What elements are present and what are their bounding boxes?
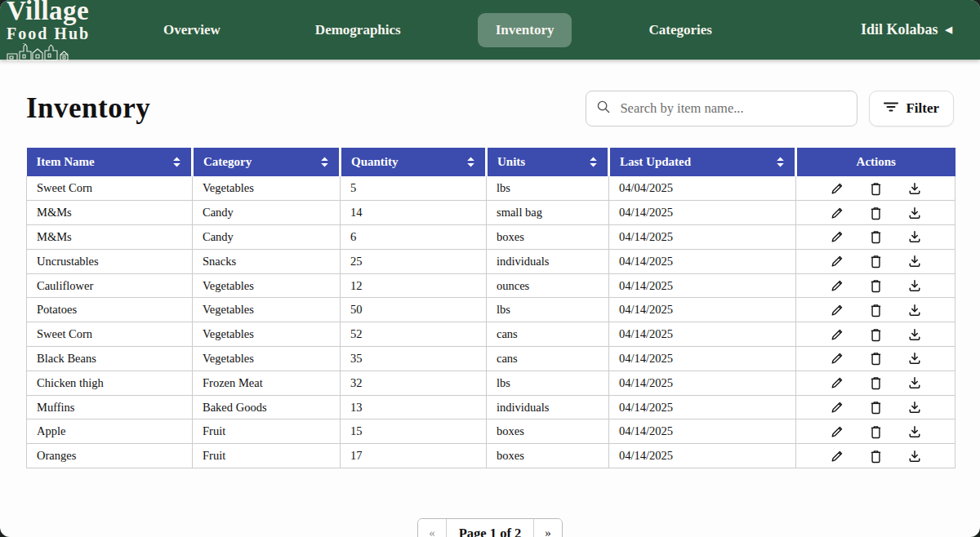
cell-category: Vegetables [193,347,341,371]
edit-button[interactable] [828,326,846,344]
download-button[interactable] [906,277,924,295]
table-row: M&MsCandy6boxes04/14/2025 [27,225,956,250]
inventory-table: Item NameCategoryQuantityUnitsLast Updat… [26,148,956,468]
cell-actions [796,249,956,273]
download-button[interactable] [906,398,924,416]
page-indicator: Page 1 of 2 [447,519,535,537]
pencil-icon [830,229,844,244]
delete-button[interactable] [867,374,884,392]
edit-button[interactable] [828,423,846,441]
table-row: M&MsCandy14small bag04/14/2025 [27,201,956,225]
search-box [586,91,858,126]
delete-button[interactable] [867,252,884,270]
cell-units: small bag [487,201,609,225]
cell-category: Fruit [193,444,341,468]
delete-button[interactable] [867,326,884,344]
edit-button[interactable] [828,349,846,367]
cell-quantity: 32 [341,371,487,395]
delete-button[interactable] [867,398,884,416]
nav-item-inventory[interactable]: Inventory [478,13,572,47]
pencil-icon [830,254,844,268]
cell-units: lbs [487,298,609,322]
column-header-units[interactable]: Units [487,148,609,176]
download-button[interactable] [906,228,924,246]
delete-button[interactable] [867,204,884,222]
prev-page-button[interactable]: « [418,519,447,537]
cell-category: Snacks [193,249,341,273]
download-button[interactable] [906,301,924,319]
cell-item: Apple [27,419,193,444]
edit-button[interactable] [828,204,846,222]
nav-item-categories[interactable]: Categories [630,13,729,47]
filter-icon [884,100,898,118]
cell-quantity: 12 [341,273,487,298]
column-header-item-name[interactable]: Item Name [27,148,193,176]
delete-button[interactable] [867,228,884,246]
column-label: Actions [857,155,896,169]
delete-button[interactable] [867,423,884,441]
filter-button[interactable]: Filter [869,91,954,126]
cell-updated: 04/14/2025 [609,201,796,225]
cell-updated: 04/14/2025 [609,249,796,273]
cell-updated: 04/14/2025 [609,322,796,347]
sort-arrows-icon [466,157,475,167]
download-button[interactable] [906,180,924,197]
sort-arrows-icon [589,157,598,167]
edit-button[interactable] [828,374,846,392]
download-button[interactable] [906,423,924,441]
download-button[interactable] [906,349,924,367]
edit-button[interactable] [828,228,846,246]
inventory-table-wrap: Item NameCategoryQuantityUnitsLast Updat… [26,148,954,468]
cell-category: Fruit [193,419,341,444]
pencil-icon [830,206,844,220]
download-button[interactable] [906,204,924,222]
column-label: Units [497,155,525,169]
nav-item-overview[interactable]: Overview [145,13,238,47]
pencil-icon [830,449,844,464]
pencil-icon [830,327,844,342]
trash-icon [869,449,883,464]
edit-button[interactable] [828,277,846,295]
delete-button[interactable] [867,180,884,197]
download-tray-icon [907,254,922,268]
delete-button[interactable] [867,447,884,465]
cell-updated: 04/14/2025 [609,298,796,322]
next-page-button[interactable]: » [534,519,562,537]
pencil-icon [830,303,844,317]
edit-button[interactable] [828,301,846,319]
trash-icon [869,375,883,390]
trash-icon [869,303,883,317]
download-button[interactable] [906,447,924,465]
cell-quantity: 52 [341,322,487,347]
download-button[interactable] [906,374,924,392]
cell-category: Baked Goods [193,395,341,419]
cell-category: Vegetables [193,273,341,298]
caret-left-icon: ◀ [946,25,952,34]
nav-item-demographics[interactable]: Demographics [297,13,419,47]
cell-updated: 04/14/2025 [609,371,796,395]
sort-arrows-icon [320,157,329,167]
download-tray-icon [907,278,922,293]
user-menu[interactable]: Idil Kolabas ◀ [861,21,980,38]
delete-button[interactable] [867,277,884,295]
edit-button[interactable] [828,398,846,416]
edit-button[interactable] [828,180,846,197]
download-button[interactable] [906,252,924,270]
pencil-icon [830,375,844,390]
column-label: Item Name [37,155,95,169]
search-input[interactable] [618,100,847,118]
trash-icon [869,351,883,366]
cell-units: individuals [487,249,609,273]
cell-quantity: 35 [341,347,487,371]
cell-category: Frozen Meat [193,371,341,395]
cell-category: Candy [193,225,341,250]
edit-button[interactable] [828,252,846,270]
column-header-quantity[interactable]: Quantity [341,148,487,176]
edit-button[interactable] [828,447,846,465]
delete-button[interactable] [867,301,884,319]
cell-updated: 04/14/2025 [609,419,796,444]
delete-button[interactable] [867,349,884,367]
column-header-category[interactable]: Category [193,148,341,176]
column-header-last-updated[interactable]: Last Updated [609,148,796,176]
download-button[interactable] [906,326,924,344]
